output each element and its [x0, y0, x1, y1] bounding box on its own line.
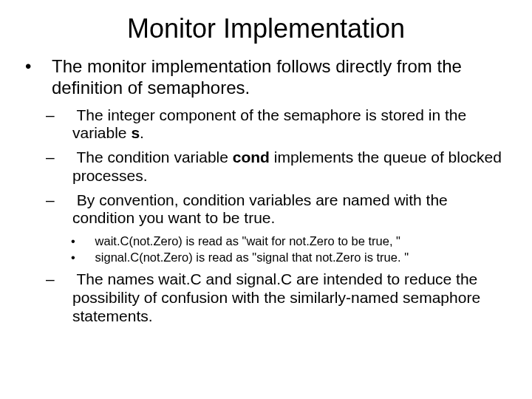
subsub-1: wait.C(not.Zero) is read as "wait for no…: [81, 233, 505, 248]
slide-title: Monitor Implementation: [18, 13, 514, 44]
slide: Monitor Implementation The monitor imple…: [0, 0, 532, 399]
bold-cond: cond: [233, 149, 270, 166]
text: .: [140, 124, 144, 141]
subsub-2: signal.C(not.Zero) is read as "signal th…: [81, 250, 505, 265]
subbullet-1: The integer component of the semaphore i…: [59, 106, 505, 143]
bold-s: s: [131, 124, 140, 141]
subbullet-4: The names wait.C and signal.C are intend…: [59, 270, 505, 325]
subbullet-2: The condition variable cond implements t…: [59, 149, 505, 185]
subbullet-group: The integer component of the semaphore i…: [59, 106, 505, 326]
subsub-group: wait.C(not.Zero) is read as "wait for no…: [81, 233, 505, 265]
subbullet-3: By convention, condition variables are n…: [59, 191, 505, 228]
text: The condition variable: [76, 149, 232, 166]
bullet-main: The monitor implementation follows direc…: [38, 56, 505, 99]
